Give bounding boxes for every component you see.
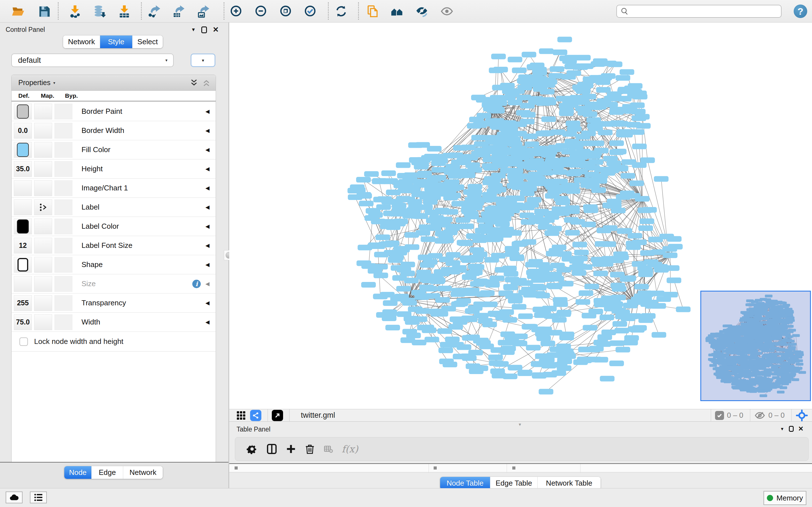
mapping-cell[interactable] — [34, 180, 52, 196]
default-value-cell[interactable]: 0.0 — [14, 123, 32, 138]
mapping-cell[interactable] — [34, 219, 52, 234]
style-target-tab-node[interactable]: Node — [64, 466, 92, 479]
default-value-cell[interactable] — [14, 180, 32, 196]
default-value-cell[interactable] — [14, 200, 32, 215]
network-view[interactable] — [229, 22, 812, 409]
column-drag-dot[interactable] — [434, 466, 437, 469]
style-target-tab-network[interactable]: Network — [123, 466, 163, 479]
mapping-cell[interactable] — [34, 142, 52, 158]
column-drag-dot[interactable] — [512, 466, 515, 469]
tab-style[interactable]: Style — [100, 36, 133, 48]
hide-graphics-icon[interactable] — [414, 3, 430, 19]
table-tab-node-table[interactable]: Node Table — [440, 477, 490, 490]
delete-column-icon[interactable] — [305, 444, 315, 454]
birdseye-view[interactable] — [700, 291, 811, 401]
style-target-tab-edge[interactable]: Edge — [92, 466, 123, 479]
bypass-cell[interactable] — [54, 180, 72, 196]
mapping-cell[interactable] — [34, 276, 52, 292]
lock-dimensions-checkbox[interactable] — [19, 337, 28, 346]
panel-resize-handle[interactable]: ▼ — [518, 422, 522, 427]
expand-row-icon[interactable]: i◀ — [192, 280, 209, 288]
bypass-cell[interactable] — [54, 295, 72, 311]
table-tab-edge-table[interactable]: Edge Table — [490, 477, 538, 490]
bypass-cell[interactable] — [54, 219, 72, 234]
default-value-cell[interactable] — [14, 257, 32, 273]
grid-view-icon[interactable] — [236, 410, 247, 421]
import-table-icon[interactable] — [116, 3, 132, 19]
default-value-cell[interactable]: 255 — [14, 295, 32, 311]
property-row-image-chart-1[interactable]: Image/Chart 1◀ — [11, 179, 216, 198]
memory-button[interactable]: Memory — [763, 491, 806, 505]
tab-network[interactable]: Network — [63, 36, 100, 48]
mapping-cell[interactable] — [34, 123, 52, 138]
expand-row-icon[interactable]: ◀ — [205, 166, 209, 172]
mapping-cell[interactable] — [34, 295, 52, 311]
bypass-cell[interactable] — [54, 161, 72, 177]
expand-all-icon[interactable] — [190, 78, 198, 87]
zoom-in-icon[interactable] — [228, 3, 244, 19]
search-input[interactable] — [631, 6, 781, 17]
property-row-label-color[interactable]: Label Color◀ — [11, 217, 216, 236]
expand-row-icon[interactable]: ◀ — [205, 204, 209, 210]
settings-gear-icon[interactable] — [246, 443, 258, 455]
open-icon[interactable] — [10, 3, 26, 19]
float-panel-icon[interactable] — [201, 26, 207, 33]
property-row-label[interactable]: Label◀ — [11, 198, 216, 217]
bypass-cell[interactable] — [54, 104, 72, 119]
close-panel-icon[interactable]: ✕ — [798, 425, 804, 433]
property-row-transparency[interactable]: 255Transparency◀ — [11, 293, 216, 313]
expand-row-icon[interactable]: ◀ — [205, 242, 209, 249]
float-panel-icon[interactable] — [789, 426, 794, 432]
export-network-icon[interactable] — [147, 3, 162, 19]
birdseye-toggle-icon[interactable] — [439, 3, 455, 19]
columns-icon[interactable] — [266, 443, 277, 455]
default-value-cell[interactable] — [14, 219, 32, 234]
default-value-cell[interactable]: 35.0 — [14, 161, 32, 177]
zoom-out-icon[interactable] — [253, 3, 269, 19]
zoom-fit-icon[interactable] — [278, 3, 294, 19]
table-tab-network-table[interactable]: Network Table — [538, 477, 601, 490]
property-row-border-width[interactable]: 0.0Border Width◀ — [11, 121, 216, 140]
bypass-cell[interactable] — [54, 238, 72, 253]
info-icon[interactable]: i — [192, 280, 201, 288]
bypass-cell[interactable] — [54, 276, 72, 292]
style-selector[interactable]: default ▾ — [11, 54, 174, 67]
mapping-cell[interactable] — [34, 104, 52, 119]
bypass-cell[interactable] — [54, 123, 72, 138]
import-network-icon[interactable] — [67, 3, 83, 19]
property-row-shape[interactable]: Shape◀ — [11, 255, 216, 274]
export-table-icon[interactable] — [171, 3, 187, 19]
mapping-cell[interactable] — [34, 238, 52, 253]
birdseye-canvas[interactable] — [701, 291, 810, 400]
properties-header[interactable]: Properties ▾ — [11, 75, 216, 91]
home-layout-icon[interactable] — [389, 3, 405, 19]
cloud-icon[interactable] — [6, 492, 22, 503]
default-value-cell[interactable]: 75.0 — [14, 314, 32, 330]
mapping-cell[interactable] — [34, 257, 52, 273]
expand-row-icon[interactable]: ◀ — [205, 223, 209, 230]
import-database-icon[interactable] — [91, 3, 107, 19]
expand-row-icon[interactable]: ◀ — [205, 147, 209, 153]
expand-row-icon[interactable]: ◀ — [205, 262, 209, 268]
expand-row-icon[interactable]: ◀ — [205, 319, 209, 325]
help-icon[interactable]: ? — [794, 4, 807, 18]
default-value-cell[interactable] — [14, 104, 32, 119]
bypass-cell[interactable] — [54, 314, 72, 330]
add-column-icon[interactable] — [286, 444, 296, 454]
refresh-icon[interactable] — [333, 3, 349, 19]
save-icon[interactable] — [36, 3, 52, 19]
style-options-button[interactable]: ▾ — [191, 54, 215, 67]
duplicate-style-icon[interactable] — [365, 3, 380, 19]
expand-row-icon[interactable]: ◀ — [205, 300, 209, 306]
property-row-width[interactable]: 75.0Width◀ — [11, 313, 216, 332]
zoom-selected-icon[interactable] — [302, 3, 318, 19]
property-row-label-font-size[interactable]: 12Label Font Size◀ — [11, 236, 216, 255]
property-row-height[interactable]: 35.0Height◀ — [11, 159, 216, 179]
export-image-icon[interactable] — [196, 3, 211, 19]
property-row-fill-color[interactable]: Fill Color◀ — [11, 140, 216, 159]
close-panel-icon[interactable]: ✕ — [213, 25, 219, 34]
mapping-cell[interactable] — [34, 314, 52, 330]
mapping-cell[interactable] — [34, 161, 52, 177]
tab-select[interactable]: Select — [133, 36, 163, 48]
expand-row-icon[interactable]: ◀ — [205, 108, 209, 115]
